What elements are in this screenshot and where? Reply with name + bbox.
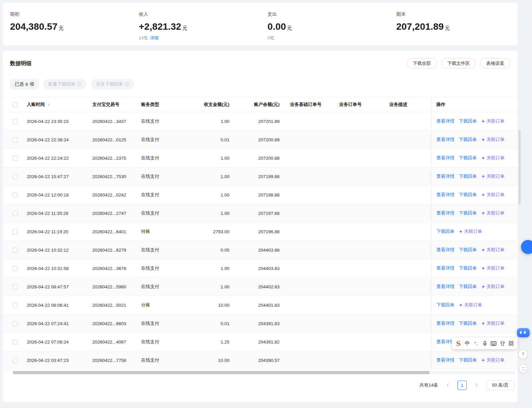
question-icon: ? [522,352,524,357]
row-checkbox[interactable] [13,321,18,326]
ime-microphone-button[interactable] [481,339,489,348]
merge-download-button[interactable]: 合并下载回单i [91,79,134,90]
cell-amount: 1.00 [189,284,232,289]
download-all-button[interactable]: 下载全部 [407,58,437,69]
ime-language-toggle[interactable]: 中 [463,339,471,348]
cell-balance: 207198.88 [232,192,282,197]
row-checkbox[interactable] [13,303,18,308]
table-settings-button[interactable]: 表格设置 [480,58,510,69]
related-order-link[interactable]: 关联订单 [459,302,482,308]
related-order-link[interactable]: 关联订单 [481,265,505,271]
download-receipt-link[interactable]: 下载回单 [459,320,477,326]
cell-balance: 207201.89 [232,119,282,124]
panel-header: 数据明细 下载全部 下载文件区 表格设置 [3,51,518,76]
download-zone-button[interactable]: 下载文件区 [441,58,476,69]
download-receipt-link[interactable]: 下载回单 [459,137,477,143]
related-order-link[interactable]: 关联订单 [481,155,505,161]
row-checkbox[interactable] [13,211,18,216]
row-checkbox[interactable] [13,358,18,363]
summary-unit: 元 [59,25,64,31]
related-order-link[interactable]: 关联订单 [481,320,505,326]
download-receipt-link[interactable]: 下载回单 [459,192,477,198]
row-checkbox[interactable] [13,174,18,179]
chevron-right-icon [475,383,478,387]
related-order-link[interactable]: 关联订单 [481,192,505,198]
view-detail-link[interactable]: 查看详情 [436,192,454,198]
view-detail-link[interactable]: 查看详情 [436,210,454,216]
page-size-select[interactable]: 50 条/页 [486,380,514,390]
ime-skin-button[interactable] [498,339,507,348]
help-floater[interactable]: ? [518,350,528,359]
download-receipt-link[interactable]: 下载回单 [436,302,454,308]
vertical-scrollbar-thumb[interactable] [519,130,521,205]
ime-keyboard-button[interactable] [490,339,498,348]
floating-assistant-button[interactable] [521,240,532,254]
current-page-button[interactable]: 1 [457,381,467,390]
summary-card: 期初 204,380.57元 收入 +2,821.32元 14笔详细 支出 0.… [3,3,518,45]
prev-page-button[interactable] [443,381,452,390]
feedback-floater[interactable] [519,364,528,373]
view-detail-link[interactable]: 查看详情 [436,155,454,161]
download-receipt-link[interactable]: 下载回单 [459,155,477,161]
related-order-link[interactable]: 关联订单 [481,247,505,253]
related-order-link[interactable]: 关联订单 [481,284,505,290]
next-page-button[interactable] [472,381,481,390]
view-detail-link[interactable]: 查看详情 [436,118,454,124]
ime-logo[interactable]: S [454,339,463,348]
horizontal-scrollbar-thumb[interactable] [13,371,430,374]
batch-download-button[interactable]: 批量下载回单i [43,79,87,90]
tshirt-icon [500,341,505,346]
row-checkbox[interactable] [13,137,18,142]
view-detail-link[interactable]: 查看详情 [436,284,454,290]
ime-punctuation-toggle[interactable]: °, [472,339,480,348]
cell-amount: 0.01 [189,321,232,326]
row-checkbox[interactable] [13,192,18,197]
related-order-link[interactable]: 关联订单 [481,173,505,179]
ime-toolbox-button[interactable] [507,339,515,348]
cell-txn-no: 20260422...2375 [90,156,138,161]
download-receipt-link[interactable]: 下载回单 [459,173,477,179]
row-checkbox[interactable] [13,284,18,289]
view-detail-link[interactable]: 查看详情 [436,265,454,271]
ai-icon [481,266,485,270]
view-detail-link[interactable]: 查看详情 [436,357,454,363]
row-checkbox[interactable] [13,266,18,271]
view-detail-link[interactable]: 查看详情 [436,339,454,345]
row-checkbox[interactable] [13,248,18,253]
view-detail-link[interactable]: 查看详情 [436,137,454,143]
ime-toolbar: S 中 °, [452,337,518,349]
select-all-checkbox[interactable] [13,102,18,107]
download-receipt-link[interactable]: 下载回单 [459,284,477,290]
assistant-robot-floater[interactable] [517,328,530,337]
related-order-link[interactable]: 关联订单 [481,137,505,143]
related-order-link[interactable]: 关联订单 [481,118,505,124]
download-receipt-link[interactable]: 下载回单 [459,118,477,124]
row-checkbox[interactable] [13,229,18,234]
download-receipt-link[interactable]: 下载回单 [459,265,477,271]
download-receipt-link[interactable]: 下载回单 [459,210,477,216]
horizontal-scrollbar [13,371,515,374]
income-detail-link[interactable]: 详细 [150,35,158,40]
download-receipt-link[interactable]: 下载回单 [436,229,454,235]
row-checkbox[interactable] [13,156,18,161]
row-checkbox[interactable] [13,119,18,124]
cell-txn-no: 20260422...2747 [90,211,138,216]
summary-value: 204,380.57 [10,21,58,32]
feedback-icon [522,367,525,370]
ai-icon [481,321,485,325]
download-receipt-link[interactable]: 下载回单 [459,247,477,253]
cell-amount: 2793.00 [189,229,232,234]
related-order-link[interactable]: 关联订单 [481,357,505,363]
sort-control[interactable]: ▲▼ [47,103,50,106]
view-detail-link[interactable]: 查看详情 [436,173,454,179]
row-checkbox[interactable] [13,339,18,345]
view-detail-link[interactable]: 查看详情 [436,247,454,253]
related-order-link[interactable]: 关联订单 [481,210,505,216]
download-receipt-link[interactable]: 下载回单 [459,357,477,363]
view-detail-link[interactable]: 查看详情 [436,320,454,326]
related-order-link[interactable]: 关联订单 [459,229,482,235]
cell-txn-no: 20260422...6279 [90,248,138,253]
cell-entry-time: 2026-04-22 08:06:41 [24,303,90,308]
cell-operations: 查看详情 下载回单 关联订单 [431,186,518,204]
ai-icon [481,138,485,142]
